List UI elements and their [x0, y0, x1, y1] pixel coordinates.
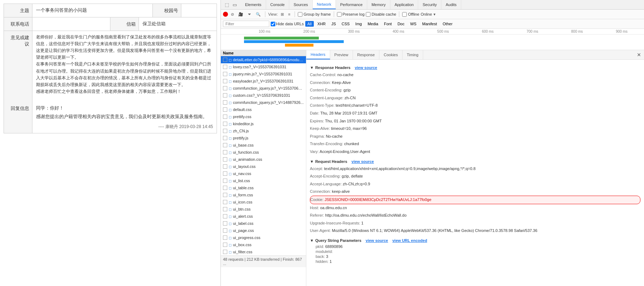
file-item[interactable]: ◻ui_filter.css [221, 248, 306, 255]
file-item[interactable]: ◻ui_icon.css [221, 198, 306, 206]
filter-ws[interactable]: WS [408, 21, 419, 27]
file-item[interactable]: ◻easyloader.js?_V=1553706391031 [221, 78, 306, 85]
file-item[interactable]: ◻ui_function.css [221, 149, 306, 156]
view-grid-button[interactable]: ⊞ [279, 12, 285, 17]
cursor-icon[interactable]: ⬚ [223, 1, 231, 9]
disable-cache-checkbox[interactable] [366, 12, 370, 17]
response-headers-view-source[interactable]: view source [355, 65, 377, 70]
request-headers-view-source[interactable]: view source [352, 159, 374, 164]
group-by-frame-checkbox[interactable] [298, 12, 302, 17]
file-item[interactable]: ◻ui_nav.css [221, 170, 306, 177]
tab-console[interactable]: Console [266, 0, 289, 9]
query-params-view-source[interactable]: view source [366, 238, 388, 243]
file-item[interactable]: ◻ui_form.css [221, 191, 306, 198]
tab-network[interactable]: Network [313, 0, 336, 9]
disable-cache-label[interactable]: Disable cache [366, 12, 396, 17]
tab-security[interactable]: Security [418, 0, 441, 9]
filter-js[interactable]: JS [329, 21, 338, 27]
file-item[interactable]: ◻kindeditor.js [221, 120, 306, 127]
details-tab-cookies[interactable]: Cookies [379, 50, 402, 59]
param-key: hidden: [316, 259, 328, 264]
file-item[interactable]: ◻commfunction_jquery.js?_V=155370639... [221, 85, 306, 92]
clear-button[interactable]: ⊘ [229, 12, 235, 17]
view-list-button[interactable]: ≡ [287, 12, 292, 17]
param-key: pkId: [316, 244, 324, 249]
filter-doc[interactable]: Doc [395, 21, 407, 27]
device-icon[interactable]: ▭ [231, 1, 239, 9]
query-params-triangle[interactable]: ▼ [310, 238, 314, 243]
offline-label[interactable]: Offline [402, 12, 419, 17]
tab-memory[interactable]: Memory [367, 0, 390, 9]
filter-other[interactable]: Other [441, 21, 455, 27]
search-button[interactable]: 🔍 [254, 12, 262, 17]
filter-media[interactable]: Media [365, 21, 380, 27]
details-panel: Headers Preview Response Cookies Timing … [306, 50, 644, 286]
tab-elements[interactable]: Elements [241, 0, 266, 9]
query-param-row: hidden: 1 [310, 259, 640, 264]
file-item[interactable]: ◻ui_layout.css [221, 163, 306, 170]
file-item[interactable]: ◻zh_CN.js [221, 127, 306, 134]
filter-img[interactable]: Img [353, 21, 364, 27]
preserve-log-checkbox[interactable] [337, 12, 342, 17]
header-key: Connection: [310, 189, 331, 194]
filter-xhr[interactable]: XHR [315, 21, 328, 27]
filter-icon[interactable]: ⏷ [246, 12, 253, 17]
reply-content: 感谢您提出的户籍管理相关内容的宝贵意见，我们会及时更新相关政策及服务指南。 [36, 113, 213, 121]
header-key: User-Agent: [310, 228, 331, 233]
file-item[interactable]: ◻ui_list.css [221, 177, 306, 184]
file-item[interactable]: ◻prettify.css [221, 113, 306, 120]
filter-css[interactable]: CSS [339, 21, 352, 27]
file-item[interactable]: ◻custom.css?_V=1553706391031 [221, 92, 306, 99]
offline-checkbox[interactable] [402, 12, 407, 17]
preserve-log-label[interactable]: Preserve log [337, 12, 365, 17]
file-icon: ◻ [229, 165, 232, 169]
group-by-frame-label[interactable]: Group by frame [298, 12, 331, 17]
file-item[interactable]: ◻ui_animation.css [221, 156, 306, 163]
file-item[interactable]: ◻ui_alert.css [221, 213, 306, 220]
details-tab-preview[interactable]: Preview [330, 50, 353, 59]
response-headers-triangle[interactable]: ▼ [310, 65, 314, 70]
suggestion-label: 意见或建议 [4, 31, 32, 102]
filter-manifest[interactable]: Manifest [420, 21, 439, 27]
file-item[interactable]: ◻ui_btn.css [221, 206, 306, 213]
file-item[interactable]: ◻ui_table.css [221, 184, 306, 191]
file-item[interactable]: ◻lovey.css?_V=1553706391031 [221, 63, 306, 70]
file-item[interactable]: ◻detailLetter.do?pkId=68890896&moduleId.… [221, 56, 306, 63]
query-param-row: back: 3 [310, 254, 640, 259]
details-tab-timing[interactable]: Timing [402, 50, 423, 59]
name-column-header: Name [223, 51, 234, 55]
file-name: commfunction_jquery.js?_V=14887926... [233, 100, 304, 105]
filter-input[interactable] [223, 21, 269, 27]
query-params-url-encoded[interactable]: view URL encoded [393, 238, 427, 243]
details-tab-headers[interactable]: Headers [306, 50, 330, 59]
tab-application[interactable]: Application [390, 0, 419, 9]
file-item[interactable]: ◻ui_label.css [221, 220, 306, 227]
file-name: ui_filter.css [233, 250, 252, 254]
file-item[interactable]: ◻jquery.min.js?_V=1553706391031 [221, 70, 306, 78]
file-item[interactable]: ◻commfunction_jquery.js?_V=14887926... [221, 99, 306, 106]
filter-font[interactable]: Font [382, 21, 394, 27]
file-item[interactable]: ◻prettify.js [221, 134, 306, 142]
hide-data-urls-checkbox[interactable] [271, 22, 275, 26]
file-item[interactable]: ◻ui_box.css [221, 241, 306, 248]
reply-greeting: 同学：你好！ [36, 105, 213, 112]
tab-audits[interactable]: Audits [441, 0, 461, 9]
file-item[interactable]: ◻ui_page.css [221, 227, 306, 234]
request-header-row: Host: oa.dlmu.edu.cn [310, 204, 640, 212]
dropdown-arrow[interactable]: ▾ [433, 12, 436, 17]
file-item[interactable]: ◻default.css [221, 106, 306, 113]
separator-2 [295, 11, 295, 17]
tab-sources[interactable]: Sources [289, 0, 312, 9]
file-item[interactable]: ◻ui_base.css [221, 142, 306, 149]
header-value: Mozilla/5.0 (Windows NT 6.1; WOW64) Appl… [332, 228, 537, 233]
record-button[interactable] [223, 12, 228, 17]
details-tab-response[interactable]: Response [353, 50, 380, 59]
hide-data-urls-label[interactable]: Hide data URLs [271, 22, 304, 26]
header-value: oa.dlmu.edu.cn [320, 206, 347, 210]
close-details-button[interactable]: ✕ [634, 50, 644, 59]
camera-button[interactable]: 🎥 [237, 12, 245, 17]
tab-performance[interactable]: Performance [336, 0, 367, 9]
filter-all[interactable]: All [305, 21, 314, 27]
file-item[interactable]: ◻ui_progress.css [221, 234, 306, 241]
request-headers-triangle[interactable]: ▼ [310, 159, 314, 164]
